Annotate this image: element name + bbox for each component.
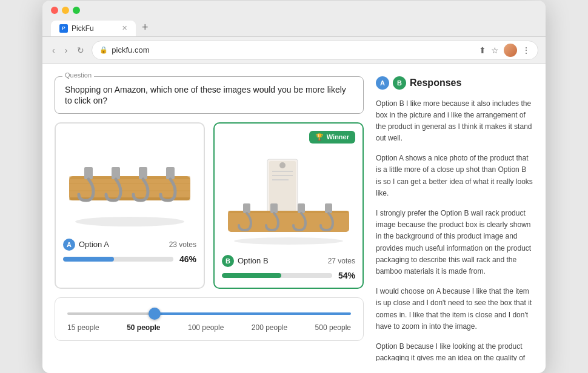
- option-b-image: [222, 147, 355, 250]
- user-avatar[interactable]: [504, 44, 517, 57]
- address-bar-icons: ⬆ ☆ ⋮: [479, 44, 530, 57]
- question-label: Question: [62, 71, 94, 79]
- response-item-2: I strongly prefer the Option B wall rack…: [376, 208, 533, 277]
- url-text: pickfu.com: [112, 45, 149, 54]
- option-a-image: [63, 131, 196, 234]
- tabs-row: P PickFu ✕ +: [51, 19, 537, 36]
- reload-button[interactable]: ↻: [75, 44, 87, 56]
- option-b-progress-fill: [222, 273, 281, 278]
- svg-rect-8: [166, 167, 175, 179]
- question-text: Shopping on Amazon, which one of these i…: [65, 85, 346, 105]
- responses-title: Responses: [410, 78, 461, 88]
- slider-label-200: 200 people: [252, 323, 287, 332]
- option-a-name: A Option A: [63, 239, 109, 251]
- option-b-votes: 27 votes: [328, 257, 355, 265]
- trophy-icon: 🏆: [315, 133, 324, 141]
- response-badge-a: A: [376, 76, 389, 90]
- slider-panel: 15 people 50 people 100 people 200 peopl…: [55, 297, 364, 341]
- lock-icon: 🔒: [99, 46, 108, 54]
- option-a-footer: A Option A 23 votes: [63, 239, 196, 251]
- option-b-name: B Option B: [222, 255, 269, 267]
- right-panel: A B Responses Option B I like more becau…: [376, 76, 533, 361]
- option-b-badge: B: [222, 255, 234, 267]
- slider-container[interactable]: [67, 306, 351, 317]
- browser-content: Question Shopping on Amazon, which one o…: [42, 64, 546, 373]
- address-bar-row: ‹ › ↻ 🔒 pickfu.com ⬆ ☆ ⋮: [42, 37, 546, 64]
- traffic-lights: [51, 7, 537, 14]
- svg-rect-7: [139, 167, 147, 179]
- slider-labels: 15 people 50 people 100 people 200 peopl…: [67, 323, 351, 332]
- slider-label-15: 15 people: [67, 323, 99, 332]
- tab-title: PickFu: [72, 24, 94, 33]
- slider-label-500: 500 people: [315, 323, 351, 332]
- response-item-1: Option A shows a nice photo of the produ…: [376, 153, 533, 199]
- share-icon[interactable]: ⬆: [479, 45, 486, 55]
- option-b-progress-row: 54%: [222, 271, 355, 280]
- people-slider[interactable]: [67, 312, 351, 315]
- option-a-label: Option A: [79, 240, 109, 249]
- winner-label: Winner: [327, 133, 349, 140]
- slider-label-100: 100 people: [188, 323, 224, 332]
- close-button[interactable]: [51, 7, 58, 14]
- option-b-footer: B Option B 27 votes: [222, 255, 355, 267]
- svg-rect-20: [298, 203, 305, 213]
- slider-label-50: 50 people: [127, 323, 160, 332]
- option-a-progress-bg: [63, 257, 173, 262]
- browser-titlebar: P PickFu ✕ +: [42, 1, 546, 37]
- bookmark-icon[interactable]: ☆: [491, 45, 499, 55]
- response-item-4: Option B because I like looking at the p…: [376, 341, 533, 361]
- browser-window: P PickFu ✕ + ‹ › ↻ 🔒 pickfu.com ⬆ ☆ ⋮: [42, 1, 546, 373]
- svg-rect-5: [84, 167, 93, 179]
- svg-rect-19: [270, 203, 278, 213]
- left-panel: Question Shopping on Amazon, which one o…: [55, 76, 364, 361]
- maximize-button[interactable]: [73, 7, 80, 14]
- question-box: Question Shopping on Amazon, which one o…: [55, 76, 364, 114]
- winner-badge: 🏆 Winner: [309, 131, 355, 144]
- response-badge-b: B: [393, 76, 406, 90]
- svg-point-15: [279, 162, 286, 168]
- svg-rect-18: [243, 203, 250, 213]
- svg-point-9: [75, 217, 184, 226]
- options-row: A Option A 23 votes 46%: [55, 122, 364, 289]
- option-a-badge: A: [63, 239, 75, 251]
- option-b-percent: 54%: [338, 271, 355, 280]
- option-a-svg: [63, 134, 196, 231]
- option-a-votes: 23 votes: [169, 240, 196, 249]
- response-item-0: Option B I like more because it also inc…: [376, 98, 533, 145]
- svg-rect-21: [325, 203, 332, 213]
- forward-button[interactable]: ›: [62, 44, 70, 56]
- more-icon[interactable]: ⋮: [522, 45, 530, 55]
- minimize-button[interactable]: [62, 7, 69, 14]
- option-b-card: 🏆 Winner: [213, 122, 364, 289]
- tab-close-icon[interactable]: ✕: [122, 24, 127, 32]
- address-bar[interactable]: 🔒 pickfu.com ⬆ ☆ ⋮: [92, 41, 538, 60]
- option-a-progress-fill: [63, 257, 114, 262]
- option-b-label: Option B: [238, 256, 269, 265]
- active-tab[interactable]: P PickFu ✕: [51, 21, 136, 36]
- option-b-progress-bg: [222, 273, 332, 278]
- option-a-card: A Option A 23 votes 46%: [55, 122, 205, 289]
- back-button[interactable]: ‹: [50, 44, 58, 56]
- responses-header: A B Responses: [376, 76, 533, 90]
- option-a-progress-row: 46%: [63, 254, 196, 264]
- response-item-3: I would choose on A because I like that …: [376, 286, 533, 332]
- new-tab-button[interactable]: +: [137, 19, 153, 36]
- svg-rect-6: [112, 167, 120, 179]
- option-a-percent: 46%: [179, 254, 196, 264]
- option-b-svg: [222, 150, 355, 247]
- tab-favicon: P: [59, 24, 68, 33]
- svg-point-22: [234, 237, 343, 245]
